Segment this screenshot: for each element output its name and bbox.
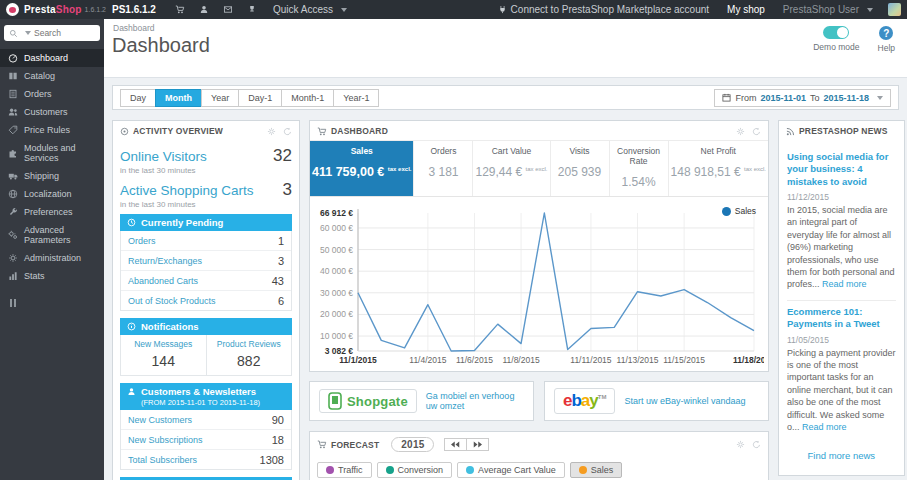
legend-traffic-button[interactable]: Traffic xyxy=(317,462,372,478)
sidebar-item-label: Administration xyxy=(24,253,81,263)
version-small: 1.6.1.2 xyxy=(85,6,106,13)
sidebar-item-catalog[interactable]: Catalog xyxy=(0,67,104,85)
panel-refresh-icon[interactable] xyxy=(752,440,761,449)
prestashop-logo[interactable] xyxy=(6,3,19,16)
sales-legend-label: Sales xyxy=(735,206,756,216)
out-of-stock-link[interactable]: Out of Stock Products xyxy=(128,296,216,306)
active-carts-value: 3 xyxy=(283,180,292,200)
pending-returns-link[interactable]: Return/Exchanges xyxy=(128,256,202,266)
new-customers-link[interactable]: New Customers xyxy=(128,415,192,425)
range-year-button[interactable]: Year xyxy=(201,89,239,107)
panel-settings-icon[interactable] xyxy=(736,440,745,449)
panel-refresh-icon[interactable] xyxy=(283,127,292,136)
active-carts-link[interactable]: Active Shopping Carts xyxy=(120,183,254,198)
sidebar-item-dashboard[interactable]: Dashboard xyxy=(0,49,104,67)
kpi-visits[interactable]: Visits205 939 xyxy=(550,141,609,196)
search-box[interactable] xyxy=(4,25,100,41)
range-day-1-button[interactable]: Day-1 xyxy=(238,89,282,107)
kpi-conversion-rate[interactable]: Conversion Rate1.54% xyxy=(609,141,668,196)
forecast-year-pill[interactable]: 2015 xyxy=(391,437,434,452)
sidebar-item-preferences[interactable]: Preferences xyxy=(0,203,104,221)
range-year-1-button[interactable]: Year-1 xyxy=(333,89,379,107)
news-article-title-link[interactable]: Using social media for your business: 4 … xyxy=(787,151,896,188)
sales-line-chart[interactable]: 66 912 €60 000 €50 000 €40 000 €30 000 €… xyxy=(312,199,764,371)
sidebar-item-administration[interactable]: Administration xyxy=(0,249,104,267)
trophy-icon[interactable] xyxy=(247,5,257,14)
read-more-link[interactable]: Read more xyxy=(822,279,867,289)
panel-settings-icon[interactable] xyxy=(267,127,276,136)
shopgate-link[interactable]: Ga mobiel en verhoog uw omzet xyxy=(426,391,524,411)
kpi-net-profit[interactable]: Net Profit148 918,51 € tax excl. xyxy=(668,141,768,196)
customer-icon[interactable] xyxy=(199,5,209,14)
search-input[interactable] xyxy=(34,28,86,38)
sidebar-item-orders[interactable]: Orders xyxy=(0,85,104,103)
legend-label: Traffic xyxy=(338,465,363,475)
gauge-icon xyxy=(8,53,18,63)
search-scope-caret-icon[interactable] xyxy=(25,31,31,35)
sidebar-item-shipping[interactable]: Shipping xyxy=(0,167,104,185)
my-shop-link[interactable]: My shop xyxy=(727,4,765,15)
forecast-prev-button[interactable] xyxy=(444,438,467,451)
sidebar-item-localization[interactable]: Localization xyxy=(0,185,104,203)
customers-list: New Customers90 New Subscriptions18 Tota… xyxy=(120,410,292,470)
sidebar-item-price-rules[interactable]: Price Rules xyxy=(0,121,104,139)
svg-text:11/8/2015: 11/8/2015 xyxy=(502,355,539,365)
kpi-label: Sales xyxy=(312,146,411,156)
date-range-picker[interactable]: From 2015-11-01 To 2015-11-18 xyxy=(714,89,891,107)
help-icon[interactable] xyxy=(879,26,893,40)
legend-average-cart-value-button[interactable]: Average Cart Value xyxy=(457,462,565,478)
ebay-link[interactable]: Start uw eBay-winkel vandaag xyxy=(624,396,745,406)
kpi-orders[interactable]: Orders3 181 xyxy=(413,141,472,196)
ebay-banner[interactable]: ebayTM Start uw eBay-winkel vandaag xyxy=(544,381,769,421)
marketplace-link[interactable]: Connect to PrestaShop Marketplace accoun… xyxy=(498,4,709,15)
sidebar-item-customers[interactable]: Customers xyxy=(0,103,104,121)
sidebar-item-modules[interactable]: Modules and Services xyxy=(0,139,104,167)
forecast-next-button[interactable] xyxy=(466,438,489,451)
legend-conversion-button[interactable]: Conversion xyxy=(377,462,453,478)
range-month-button[interactable]: Month xyxy=(155,89,202,107)
page-title: Dashboard xyxy=(112,34,210,57)
active-carts-row: Active Shopping Carts 3 xyxy=(120,180,292,200)
out-of-stock-value: 6 xyxy=(278,295,284,307)
sidebar-item-stats[interactable]: Stats xyxy=(0,267,104,285)
kpi-cart-value[interactable]: Cart Value129,44 € tax excl. xyxy=(472,141,549,196)
news-article-title-link[interactable]: Ecommerce 101: Payments in a Tweet xyxy=(787,306,896,331)
messages-icon[interactable] xyxy=(223,5,233,14)
search-icon xyxy=(9,29,18,38)
range-day-button[interactable]: Day xyxy=(120,89,156,107)
legend-sales-button[interactable]: Sales xyxy=(570,462,623,478)
notifications-header: Notifications xyxy=(120,318,292,335)
panel-refresh-icon[interactable] xyxy=(752,127,761,136)
new-subscriptions-link[interactable]: New Subscriptions xyxy=(128,435,203,445)
date-to-label: To xyxy=(810,93,820,103)
shopgate-banner[interactable]: Shopgate Ga mobiel en verhoog uw omzet xyxy=(309,381,534,421)
find-more-news-link[interactable]: Find more news xyxy=(787,442,896,471)
new-messages-tile[interactable]: New Messages144 xyxy=(121,335,207,375)
list-item: Abandoned Carts43 xyxy=(121,271,291,291)
list-item: Total Subscribers1308 xyxy=(121,450,291,469)
demo-mode-toggle[interactable] xyxy=(823,26,849,39)
sidebar-item-label: Price Rules xyxy=(24,125,70,135)
ebay-letter: b xyxy=(571,391,580,410)
range-month-1-button[interactable]: Month-1 xyxy=(281,89,334,107)
panel-settings-icon[interactable] xyxy=(736,127,745,136)
brand-text[interactable]: PrestaShop xyxy=(24,4,82,15)
quick-access-menu[interactable]: Quick Access xyxy=(273,4,347,15)
cart-icon[interactable] xyxy=(175,5,185,14)
list-item: New Subscriptions18 xyxy=(121,430,291,450)
user-menu[interactable]: PrestaShop User xyxy=(783,4,873,15)
online-visitors-link[interactable]: Online Visitors xyxy=(120,149,207,164)
abandoned-carts-link[interactable]: Abandoned Carts xyxy=(128,276,198,286)
product-reviews-tile[interactable]: Product Reviews882 xyxy=(207,335,292,375)
gear-icon xyxy=(8,253,18,263)
pending-orders-link[interactable]: Orders xyxy=(128,236,156,246)
user-avatar[interactable] xyxy=(888,3,901,16)
breadcrumb[interactable]: Dashboard xyxy=(113,23,155,33)
kpi-suffix: tax excl. xyxy=(526,166,548,172)
kpi-sales[interactable]: Sales411 759,00 € tax excl. xyxy=(310,141,413,196)
cart-icon xyxy=(317,440,327,449)
sidebar-item-advanced-parameters[interactable]: Advanced Parameters xyxy=(0,221,104,249)
read-more-link[interactable]: Read more xyxy=(802,422,847,432)
sidebar-collapse-button[interactable] xyxy=(10,299,104,307)
total-subscribers-link[interactable]: Total Subscribers xyxy=(128,455,197,465)
